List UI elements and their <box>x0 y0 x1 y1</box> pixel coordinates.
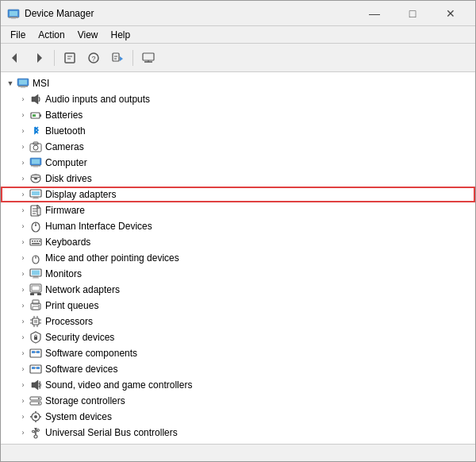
mice-label: Mice and other pointing devices <box>45 252 179 264</box>
list-item-computer[interactable]: › Computer <box>1 155 475 171</box>
list-item-hid[interactable]: › Human Interface Devices <box>1 218 475 234</box>
usb-expand[interactable]: › <box>17 426 29 439</box>
security-expand[interactable]: › <box>17 331 29 344</box>
list-item-sound[interactable]: › Sound, video and game controllers <box>1 377 475 393</box>
menu-action[interactable]: Action <box>32 28 71 42</box>
cameras-expand[interactable]: › <box>17 141 29 153</box>
help-button[interactable]: ? <box>83 47 105 69</box>
print-expand[interactable]: › <box>17 299 29 312</box>
root-expand[interactable]: ▼ <box>4 77 17 90</box>
processors-expand[interactable]: › <box>17 315 29 328</box>
title-bar: Device Manager — □ ✕ <box>1 1 475 26</box>
tree-root[interactable]: ▼ MSI <box>1 75 475 91</box>
properties-button[interactable] <box>59 47 81 69</box>
display-expand[interactable]: › <box>17 188 29 201</box>
svg-point-35 <box>31 175 40 178</box>
storage-expand[interactable]: › <box>17 395 29 407</box>
list-item-mice[interactable]: › Mice and other pointing devices <box>1 250 475 266</box>
disk-expand[interactable]: › <box>17 172 29 185</box>
softdev-expand[interactable]: › <box>17 363 29 375</box>
system-expand[interactable]: › <box>17 410 29 423</box>
list-item-batteries[interactable]: › Batteries <box>1 107 475 123</box>
list-item-print[interactable]: › Print queues <box>1 298 475 314</box>
svg-rect-82 <box>30 349 41 357</box>
svg-point-93 <box>38 398 40 399</box>
svg-rect-49 <box>30 239 41 245</box>
window-title: Device Manager <box>25 8 356 19</box>
svg-point-70 <box>38 305 40 306</box>
processors-label: Processors <box>45 316 93 327</box>
device-tree[interactable]: ▼ MSI › Audio inputs and outputs <box>1 72 475 444</box>
hid-expand[interactable]: › <box>17 220 29 233</box>
window-icon <box>7 7 20 20</box>
list-item-disk[interactable]: › Disk drives <box>1 171 475 187</box>
minimize-button[interactable]: — <box>356 2 393 25</box>
list-item-cameras[interactable]: › Cameras <box>1 139 475 155</box>
disk-icon <box>29 172 42 185</box>
batteries-expand[interactable]: › <box>17 109 29 121</box>
softcomp-label: Software components <box>45 348 137 359</box>
bluetooth-label: Bluetooth <box>45 125 86 137</box>
computer-expand[interactable]: › <box>17 156 29 169</box>
list-item-network[interactable]: › Network adapters <box>1 282 475 298</box>
forward-button[interactable] <box>28 47 50 69</box>
list-item-usb[interactable]: › Universal Serial Bus controllers <box>1 425 475 441</box>
update-button[interactable] <box>106 47 129 69</box>
computer-button[interactable] <box>137 47 159 69</box>
svg-rect-37 <box>32 191 40 195</box>
list-item-processors[interactable]: › Processors <box>1 314 475 329</box>
batteries-icon <box>29 109 42 121</box>
sound-expand[interactable]: › <box>17 379 29 391</box>
menu-view[interactable]: View <box>71 28 105 42</box>
list-item-audio[interactable]: › Audio inputs and outputs <box>1 91 475 107</box>
svg-rect-68 <box>33 306 39 310</box>
menu-file[interactable]: File <box>4 28 32 42</box>
computer-tree-label: Computer <box>45 157 87 168</box>
svg-text:?: ? <box>91 55 95 63</box>
list-item-system[interactable]: › System devices <box>1 409 475 425</box>
storage-label: Storage controllers <box>45 395 125 406</box>
svg-rect-52 <box>36 241 38 242</box>
list-item-monitors[interactable]: › Monitors <box>1 266 475 282</box>
keyboards-label: Keyboards <box>45 237 90 248</box>
list-item-security[interactable]: › Security devices <box>1 329 475 345</box>
svg-rect-51 <box>34 241 36 242</box>
firmware-label: Firmware <box>45 205 85 216</box>
svg-point-27 <box>33 145 38 150</box>
list-item-softdev[interactable]: › Software devices <box>1 361 475 377</box>
keyboards-expand[interactable]: › <box>17 236 29 248</box>
audio-expand[interactable]: › <box>17 93 29 106</box>
menu-bar: File Action View Help <box>1 26 475 44</box>
back-button[interactable] <box>4 47 26 69</box>
hid-label: Human Interface Devices <box>45 221 152 232</box>
svg-rect-84 <box>36 351 40 353</box>
svg-rect-32 <box>33 167 38 167</box>
list-item-firmware[interactable]: › Firmware <box>1 202 475 218</box>
softcomp-icon <box>29 347 42 360</box>
svg-rect-1 <box>10 11 17 16</box>
svg-marker-45 <box>37 205 40 208</box>
menu-help[interactable]: Help <box>105 28 137 42</box>
softcomp-expand[interactable]: › <box>17 347 29 360</box>
cameras-icon <box>29 141 42 153</box>
list-item-bluetooth[interactable]: › Bluetooth <box>1 123 475 139</box>
monitors-icon <box>29 268 42 280</box>
close-button[interactable]: ✕ <box>432 2 469 25</box>
svg-rect-24 <box>40 114 41 117</box>
disk-label: Disk drives <box>45 173 92 184</box>
list-item-storage[interactable]: › Storage controllers <box>1 393 475 409</box>
list-item-display[interactable]: › Display adapters <box>1 187 475 202</box>
security-icon <box>29 331 42 344</box>
svg-rect-59 <box>32 271 40 275</box>
monitors-expand[interactable]: › <box>17 268 29 280</box>
list-item-keyboards[interactable]: › Keyboards <box>1 234 475 250</box>
list-item-softcomp[interactable]: › Software components <box>1 345 475 361</box>
svg-rect-50 <box>32 241 33 242</box>
maximize-button[interactable]: □ <box>394 2 431 25</box>
mice-expand[interactable]: › <box>17 252 29 264</box>
svg-rect-61 <box>33 278 39 279</box>
network-expand[interactable]: › <box>17 283 29 296</box>
bluetooth-expand[interactable]: › <box>17 125 29 137</box>
svg-rect-86 <box>30 365 41 373</box>
firmware-expand[interactable]: › <box>17 204 29 217</box>
